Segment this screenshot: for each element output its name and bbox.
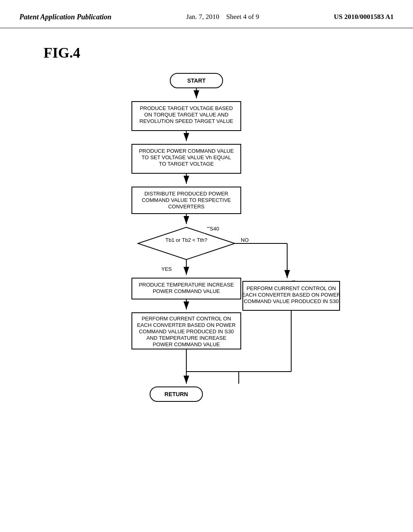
s40-label: S40 — [210, 226, 219, 232]
figure-label: FIG.4 — [44, 44, 80, 61]
svg-text:CONVERTERS: CONVERTERS — [168, 204, 204, 210]
svg-text:REVOLUTION SPEED TARGET VALUE: REVOLUTION SPEED TARGET VALUE — [140, 118, 234, 124]
s60-text-1: PERFORM CURRENT CONTROL ON — [142, 316, 231, 322]
svg-text:COMMAND VALUE TO RESPECTIVE: COMMAND VALUE TO RESPECTIVE — [142, 197, 231, 203]
date: Jan. 7, 2010 — [186, 13, 219, 21]
svg-text:ON TORQUE TARGET VALUE AND: ON TORQUE TARGET VALUE AND — [144, 112, 229, 118]
return-node: RETURN — [165, 391, 188, 397]
svg-text:TO SET VOLTAGE VALUE Vh EQUAL: TO SET VOLTAGE VALUE Vh EQUAL — [142, 154, 231, 160]
patent-number: US 2010/0001583 A1 — [334, 13, 394, 21]
s20-text-1: PRODUCE POWER COMMAND VALUE — [139, 148, 234, 154]
svg-text:POWER COMMAND VALUE: POWER COMMAND VALUE — [153, 341, 220, 347]
yes-label: YES — [161, 266, 172, 272]
no-label: NO — [241, 237, 249, 243]
svg-text:TO TARGET VOLTAGE: TO TARGET VOLTAGE — [159, 161, 214, 167]
svg-text:EACH CONVERTER BASED ON POWER: EACH CONVERTER BASED ON POWER — [137, 322, 236, 328]
s30-text-1: DISTRIBUTE PRODUCED POWER — [144, 191, 228, 197]
page-header: Patent Application Publication Jan. 7, 2… — [0, 0, 413, 28]
publication-label: Patent Application Publication — [19, 13, 111, 21]
svg-text:COMMAND VALUE PRODUCED IN S30: COMMAND VALUE PRODUCED IN S30 — [244, 298, 338, 304]
sheet: Sheet 4 of 9 — [226, 13, 259, 21]
svg-text:AND TEMPERATURE INCREASE: AND TEMPERATURE INCREASE — [146, 335, 226, 341]
svg-text:COMMAND VALUE PRODUCED IN S30: COMMAND VALUE PRODUCED IN S30 — [139, 328, 234, 335]
svg-text:EACH CONVERTER BASED ON POWER: EACH CONVERTER BASED ON POWER — [242, 292, 341, 298]
date-sheet: Jan. 7, 2010 Sheet 4 of 9 — [186, 13, 259, 21]
s40-text: Tb1 or Tb2 < Tth? — [165, 237, 207, 243]
svg-text:POWER COMMAND VALUE: POWER COMMAND VALUE — [153, 288, 220, 294]
start-node: START — [187, 77, 206, 84]
s40-diamond — [138, 227, 235, 260]
s50-text-1: PRODUCE TEMPERATURE INCREASE — [139, 282, 234, 288]
s70-text-1: PERFORM CURRENT CONTROL ON — [246, 285, 336, 291]
flowchart-svg: START S10 PRODUCE TARGET VOLTAGE BASED O… — [61, 69, 352, 493]
s10-text-1: PRODUCE TARGET VOLTAGE BASED — [140, 105, 233, 111]
main-content: FIG.4 START S10 PRODUCE TARGET VOLTAGE B… — [0, 28, 413, 509]
